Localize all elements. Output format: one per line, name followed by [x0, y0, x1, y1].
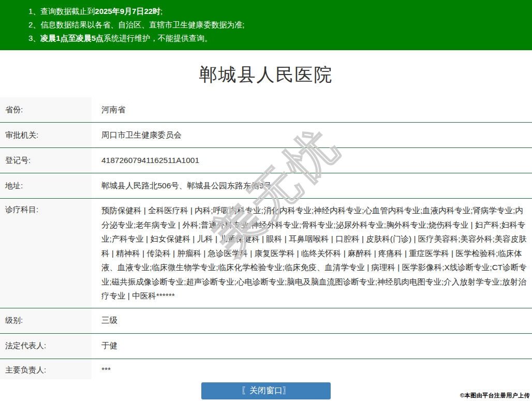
row-label: 审批机关: — [0, 123, 92, 147]
row-value: 郸城县人民路北506号、郸城县公园东路东侧9号 — [92, 173, 532, 198]
notice-line-1-bold: 2025年9月7日22时 — [95, 7, 160, 16]
notice-line-2: 2、信息数据结果以各省、自治区、直辖市卫生健康委数据为准; — [28, 18, 527, 32]
table-row-legal-representative: 法定代表人: 于健 — [0, 334, 532, 359]
notice-line-3-text: 3、 — [28, 34, 40, 42]
notice-line-3-bold: 凌晨1点至凌晨5点 — [40, 34, 104, 42]
page-title: 郸城县人民医院 — [0, 62, 532, 87]
hospital-info-table: 省份: 河南省 审批机关: 周口市卫生健康委员会 登记号: 4187260794… — [0, 97, 532, 380]
row-value: 41872607941162511A1001 — [92, 148, 532, 173]
row-label: 主要负责人: — [0, 359, 92, 380]
copyright-note: ©本图由平台注册用户上传 — [460, 392, 530, 399]
row-label: 省份: — [0, 97, 92, 122]
notice-banner: 1、查询数据截止到2025年9月7日22时; 2、信息数据结果以各省、自治区、直… — [0, 0, 532, 50]
notice-line-2-text: 2、信息数据结果以各省、自治区、直辖市卫生健康委数据为准; — [28, 20, 245, 29]
table-row-province: 省份: 河南省 — [0, 97, 532, 123]
row-value: 河南省 — [92, 97, 532, 122]
row-value: 三级 — [92, 308, 532, 333]
table-row-address: 地址: 郸城县人民路北506号、郸城县公园东路东侧9号 — [0, 173, 532, 199]
row-value: 周口市卫生健康委员会 — [92, 123, 532, 147]
notice-line-3: 3、凌晨1点至凌晨5点系统进行维护，不能提供查询。 — [28, 32, 527, 45]
table-row-approval-authority: 审批机关: 周口市卫生健康委员会 — [0, 123, 532, 148]
table-row-main-person-in-charge: 主要负责人: *** — [0, 359, 532, 380]
notice-line-1-text: 1、查询数据截止到 — [28, 7, 95, 16]
notice-line-1-tail: ; — [160, 7, 162, 16]
row-value: *** — [92, 359, 532, 380]
row-value: 预防保健科 | 全科医疗科 | 内科;呼吸内科专业;消化内科专业;神经内科专业;… — [92, 199, 532, 308]
notice-line-1: 1、查询数据截止到2025年9月7日22时; — [28, 5, 527, 18]
close-window-button[interactable]: 〖关闭窗口〗 — [201, 382, 331, 399]
table-row-registration-number: 登记号: 41872607941162511A1001 — [0, 148, 532, 173]
notice-line-3-tail: 系统进行维护，不能提供查询。 — [104, 34, 212, 42]
footer-bar: 〖关闭窗口〗 ©本图由平台注册用户上传 — [0, 379, 532, 401]
row-label: 法定代表人: — [0, 334, 92, 359]
row-value: 于健 — [92, 334, 532, 359]
table-row-medical-subjects: 诊疗科目: 预防保健科 | 全科医疗科 | 内科;呼吸内科专业;消化内科专业;神… — [0, 199, 532, 308]
row-label: 诊疗科目: — [0, 199, 92, 308]
row-label: 级别: — [0, 308, 92, 333]
row-label: 登记号: — [0, 148, 92, 173]
table-row-level: 级别: 三级 — [0, 308, 532, 334]
row-label: 地址: — [0, 173, 92, 198]
